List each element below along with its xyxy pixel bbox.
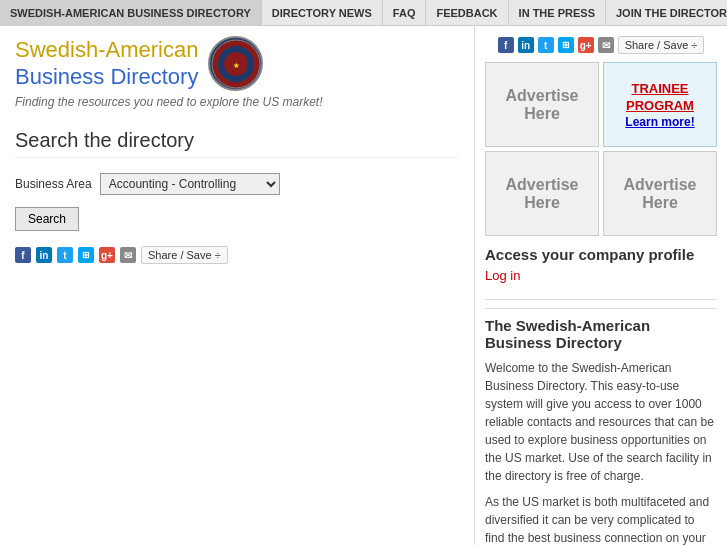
logo-line1: Swedish-American (15, 37, 198, 63)
googleplus-icon-right[interactable]: g+ (578, 37, 594, 53)
trainee-program-label: PROGRAM (626, 98, 694, 113)
linkedin-icon-right[interactable]: in (518, 37, 534, 53)
logo-text: Swedish-American Business Directory (15, 37, 198, 90)
trainee-title: TRAINEE (631, 81, 688, 96)
right-column: f in t ⊞ g+ ✉ Share / Save ÷ AdvertiseHe… (475, 26, 727, 545)
nav-press[interactable]: IN THE PRESS (509, 0, 606, 25)
search-title: Search the directory (15, 129, 459, 158)
nav-news[interactable]: DIRECTORY NEWS (262, 0, 383, 25)
business-area-row: Business Area Accounting - ControllingAd… (15, 173, 459, 195)
tagline: Finding the resources you need to explor… (15, 95, 459, 109)
top-navigation: SWEDISH-AMERICAN BUSINESS DIRECTORY DIRE… (0, 0, 727, 26)
directory-para2: As the US market is both multifaceted an… (485, 493, 717, 545)
share-row-left: f in t ⊞ g+ ✉ Share / Save ÷ (15, 246, 459, 264)
search-button[interactable]: Search (15, 207, 79, 231)
login-link[interactable]: Log in (485, 268, 520, 283)
access-section: Access your company profile Log in (485, 246, 717, 283)
email-icon-right[interactable]: ✉ (598, 37, 614, 53)
logo-area: Swedish-American Business Directory ★ (15, 36, 459, 91)
main-wrapper: Swedish-American Business Directory ★ Fi… (0, 26, 727, 545)
left-column: Swedish-American Business Directory ★ Fi… (0, 26, 475, 545)
access-title: Access your company profile (485, 246, 717, 263)
nav-home[interactable]: SWEDISH-AMERICAN BUSINESS DIRECTORY (0, 0, 262, 25)
logo-emblem: ★ (208, 36, 263, 91)
share-row-right: f in t ⊞ g+ ✉ Share / Save ÷ (485, 36, 717, 54)
windows-icon-right[interactable]: ⊞ (558, 37, 574, 53)
twitter-icon-right[interactable]: t (538, 37, 554, 53)
ad-grid: AdvertiseHere TRAINEE PROGRAM Learn more… (485, 62, 717, 236)
windows-icon-left[interactable]: ⊞ (78, 247, 94, 263)
linkedin-icon-left[interactable]: in (36, 247, 52, 263)
directory-section: The Swedish-American Business Directory … (485, 308, 717, 545)
email-icon-left[interactable]: ✉ (120, 247, 136, 263)
directory-para1: Welcome to the Swedish-American Business… (485, 359, 717, 485)
trainee-learn-more: Learn more! (625, 115, 694, 129)
directory-title: The Swedish-American Business Directory (485, 317, 717, 351)
advertise-box-2[interactable]: AdvertiseHere (485, 151, 599, 236)
nav-faq[interactable]: FAQ (383, 0, 427, 25)
twitter-icon-left[interactable]: t (57, 247, 73, 263)
facebook-icon-right[interactable]: f (498, 37, 514, 53)
trainee-program-box[interactable]: TRAINEE PROGRAM Learn more! (603, 62, 717, 147)
logo-line2: Business Directory (15, 64, 198, 90)
business-area-select[interactable]: Accounting - ControllingAdvertisingAutom… (100, 173, 280, 195)
divider (485, 299, 717, 300)
advertise-box-1[interactable]: AdvertiseHere (485, 62, 599, 147)
nav-join[interactable]: JOIN THE DIRECTORY (606, 0, 727, 25)
googleplus-icon-left[interactable]: g+ (99, 247, 115, 263)
advertise-box-3[interactable]: AdvertiseHere (603, 151, 717, 236)
business-area-label: Business Area (15, 177, 92, 191)
share-save-button-left[interactable]: Share / Save ÷ (141, 246, 228, 264)
share-save-button-right[interactable]: Share / Save ÷ (618, 36, 705, 54)
nav-feedback[interactable]: FEEDBACK (426, 0, 508, 25)
facebook-icon-left[interactable]: f (15, 247, 31, 263)
svg-text:★: ★ (233, 62, 240, 69)
